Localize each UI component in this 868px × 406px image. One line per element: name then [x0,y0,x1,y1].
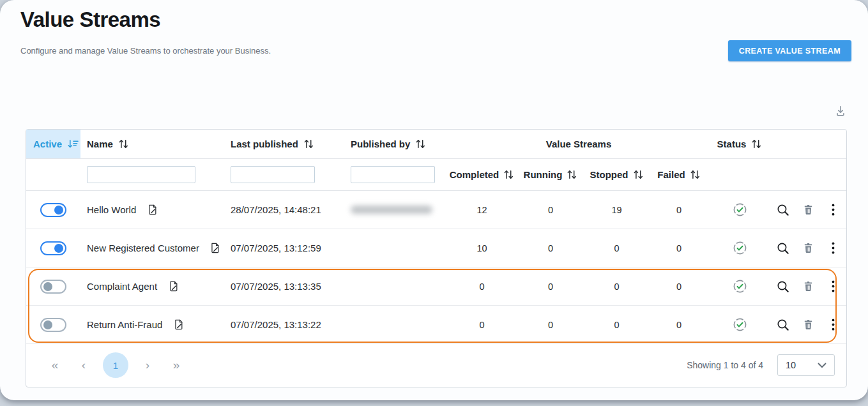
app-card: Value Streams Configure and manage Value… [0,0,868,400]
row-running: 0 [516,205,585,215]
table-filter-row: Completed Running Stopped Failed [26,159,846,191]
row-running: 0 [516,320,585,330]
sort-icon[interactable] [751,139,762,149]
toggle-knob [54,244,63,253]
delete-icon[interactable] [800,317,816,333]
row-failed: 0 [648,282,710,292]
table-body: Hello World 28/07/2025, 14:48:21 12 0 19… [26,191,846,344]
table-row: Hello World 28/07/2025, 14:48:21 12 0 19… [26,191,846,229]
table-row: Return Anti-Fraud 07/07/2025, 13:13:22 0… [26,306,846,344]
create-value-stream-button[interactable]: CREATE VALUE STREAM [728,40,851,61]
column-header-published-by-label: Published by [351,139,410,149]
view-icon[interactable] [775,279,791,294]
sort-icon[interactable] [567,169,577,180]
showing-range-label: Showing 1 to 4 of 4 [687,360,763,370]
column-header-stopped[interactable]: Stopped [585,169,648,180]
active-toggle[interactable] [40,280,66,294]
sort-icon[interactable] [690,169,701,180]
sort-icon[interactable] [415,139,426,149]
toggle-knob [43,282,52,291]
sort-icon[interactable] [503,169,514,180]
previous-page-button[interactable]: ‹ [74,356,93,375]
view-icon[interactable] [775,202,791,218]
column-header-running[interactable]: Running [516,169,585,180]
row-completed: 0 [448,320,516,330]
view-icon[interactable] [775,241,791,256]
column-header-failed-label: Failed [657,169,685,180]
status-published-icon [733,317,747,332]
download-icon[interactable] [832,103,849,119]
row-stopped: 0 [585,320,648,330]
row-name: New Registered Customer [87,243,199,253]
row-completed: 0 [448,282,516,292]
column-header-status[interactable]: Status [710,139,770,149]
page-size-select[interactable]: 10 [777,354,835,376]
edit-icon[interactable] [171,317,186,333]
page-size-value: 10 [786,360,812,370]
first-page-button[interactable]: « [45,356,65,375]
next-page-button[interactable]: › [138,356,157,375]
sort-icon[interactable] [303,139,314,149]
table-row: New Registered Customer 07/07/2025, 13:1… [26,229,846,267]
row-failed: 0 [648,320,710,330]
row-name: Complaint Agent [87,281,157,292]
more-options-icon[interactable] [825,317,841,333]
edit-icon[interactable] [208,241,223,256]
row-running: 0 [516,243,585,253]
status-published-icon [733,202,747,217]
value-streams-table: Active Name Last published Published by [26,129,847,387]
sort-icon[interactable] [118,139,129,149]
delete-icon[interactable] [800,241,816,256]
more-options-icon[interactable] [825,202,841,218]
more-options-icon[interactable] [825,241,841,256]
column-header-failed[interactable]: Failed [648,169,710,180]
active-toggle[interactable] [40,318,66,332]
column-header-last-published[interactable]: Last published [231,139,351,149]
row-stopped: 0 [585,243,648,253]
sort-descending-icon[interactable] [67,139,79,149]
toggle-knob [54,206,63,214]
column-group-value-streams-label: Value Streams [546,139,612,149]
delete-icon[interactable] [800,279,816,294]
active-toggle[interactable] [40,203,66,217]
edit-icon[interactable] [144,202,160,218]
last-published-filter-input[interactable] [231,166,315,183]
chevron-down-icon [818,363,826,368]
more-options-icon[interactable] [825,279,841,294]
column-header-running-label: Running [524,169,563,180]
column-header-status-label: Status [717,139,747,149]
redacted-publisher [351,206,432,214]
table-footer: « ‹ 1 › » Showing 1 to 4 of 4 10 [26,343,846,387]
status-published-icon [733,241,747,255]
row-running: 0 [516,282,585,292]
active-toggle[interactable] [40,241,66,255]
row-stopped: 19 [585,205,648,215]
toggle-knob [43,320,52,329]
sort-icon[interactable] [633,169,644,180]
column-group-value-streams: Value Streams [448,139,710,149]
row-name: Hello World [87,204,136,215]
name-filter-input[interactable] [87,166,195,183]
last-page-button[interactable]: » [167,356,186,375]
view-icon[interactable] [775,317,791,333]
column-header-published-by[interactable]: Published by [351,139,448,149]
page-title: Value Streams [20,8,160,32]
column-header-name[interactable]: Name [80,139,231,149]
row-failed: 0 [648,205,710,215]
delete-icon[interactable] [800,202,816,218]
row-last-published: 07/07/2025, 13:13:22 [231,319,351,330]
column-header-completed-label: Completed [450,169,499,180]
column-header-completed[interactable]: Completed [448,169,516,180]
table-header-row: Active Name Last published Published by [26,130,846,159]
published-by-filter-input[interactable] [351,166,435,183]
column-header-active[interactable]: Active [26,130,80,158]
row-name: Return Anti-Fraud [87,319,162,330]
column-header-stopped-label: Stopped [590,169,628,180]
pagination: « ‹ 1 › » [45,352,186,378]
row-last-published: 07/07/2025, 13:13:35 [231,281,351,292]
row-completed: 12 [448,205,516,215]
column-header-last-published-label: Last published [231,139,298,149]
edit-icon[interactable] [165,279,181,294]
table-row: Complaint Agent 07/07/2025, 13:13:35 0 0… [26,267,846,306]
current-page-button[interactable]: 1 [103,352,128,378]
